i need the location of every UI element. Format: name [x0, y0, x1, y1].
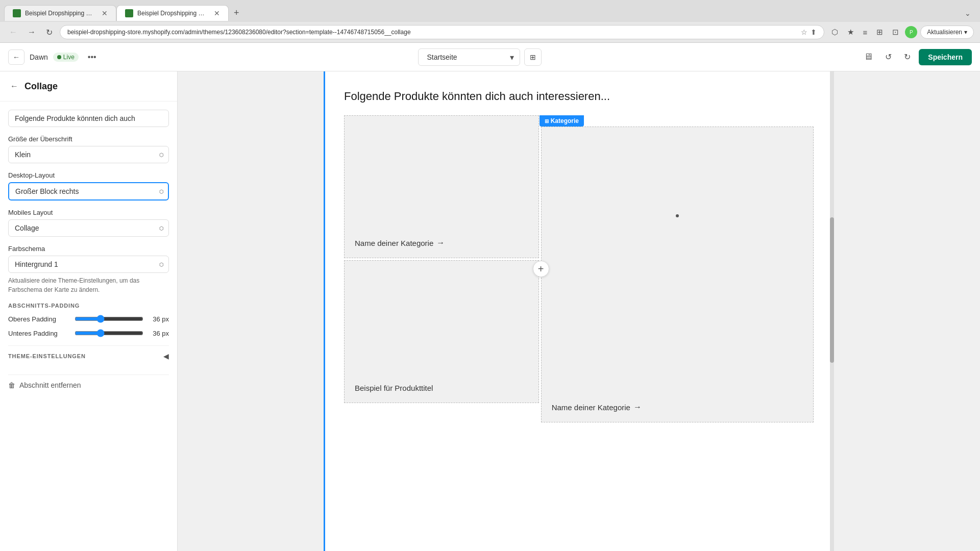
reader-icon[interactable]: ≡ — [860, 26, 871, 39]
tab2-title: Beispiel Dropshipping Store · — [137, 10, 208, 17]
card-right-label: Name deiner Kategorie → — [552, 403, 803, 412]
unteres-padding-slider[interactable] — [75, 329, 143, 337]
address-icons: ☆ ⬆ — [801, 28, 817, 36]
collage-card-1[interactable]: Name deiner Kategorie → — [344, 115, 539, 258]
heading-input[interactable] — [8, 110, 169, 127]
mobiles-layout-select-wrapper: Collage Spalten — [8, 219, 169, 237]
kategorie-badge-container: ⊞ Kategorie — [541, 115, 814, 127]
tab-expand-icon[interactable]: ⌄ — [960, 6, 976, 21]
tab2-close-icon[interactable]: ✕ — [214, 9, 220, 17]
tab-1[interactable]: Beispiel Dropshipping Store · ✕ — [4, 5, 116, 21]
preview-border-left — [324, 71, 325, 551]
tab-2[interactable]: Beispiel Dropshipping Store · ✕ — [116, 5, 229, 21]
farbschema-select[interactable]: Hintergrund 1 Hintergrund 2 Akzent 1 Akz… — [8, 256, 169, 273]
back-nav-button[interactable]: ← — [6, 26, 20, 39]
abschnitt-padding-section: ABSCHNITTS-PADDING Oberes Padding 36 px … — [8, 303, 169, 337]
desktop-layout-group: Desktop-Layout Großer Block rechts Große… — [8, 171, 169, 201]
farbschema-select-wrapper: Hintergrund 1 Hintergrund 2 Akzent 1 Akz… — [8, 256, 169, 273]
bookmark-icon[interactable]: ☆ — [801, 28, 807, 36]
kategorie-icon: ⊞ — [545, 118, 549, 124]
scrollbar-track — [830, 71, 834, 551]
add-block-icon: + — [538, 263, 544, 275]
unteres-padding-label: Unteres Padding — [8, 330, 69, 337]
ueberschrift-size-select[interactable]: Klein Mittel Groß — [8, 146, 169, 163]
mobiles-layout-label: Mobiles Layout — [8, 209, 169, 216]
card2-label: Beispiel für Produkttitel — [355, 384, 528, 392]
sidebar-content: Größe der Überschrift Klein Mittel Groß … — [0, 102, 177, 404]
delete-section-row[interactable]: 🗑 Abschnitt entfernen — [8, 374, 169, 395]
preview-heading: Folgende Produkte könnten dich auch inte… — [344, 90, 814, 103]
browser-chrome: Beispiel Dropshipping Store · ✕ Beispiel… — [0, 0, 980, 43]
tab1-favicon — [13, 9, 21, 17]
live-dot — [57, 55, 61, 59]
mobiles-layout-group: Mobiles Layout Collage Spalten — [8, 209, 169, 237]
update-label: Aktualisieren — [927, 29, 962, 36]
address-text: beispiel-dropshipping-store.myshopify.co… — [67, 29, 798, 36]
tab1-close-icon[interactable]: ✕ — [102, 9, 108, 17]
collage-card-right[interactable]: Name deiner Kategorie → — [541, 127, 814, 422]
store-name-label: Dawn — [30, 53, 48, 61]
page-select[interactable]: Startseite — [418, 48, 520, 66]
address-bar[interactable]: beispiel-dropshipping-store.myshopify.co… — [60, 25, 824, 39]
topbar-center: Startseite ⊞ — [107, 48, 854, 66]
desktop-view-button[interactable]: 🖥 — [860, 48, 877, 65]
collage-card-2[interactable]: Beispiel für Produkttitel — [344, 260, 539, 403]
tab1-title: Beispiel Dropshipping Store · — [25, 10, 95, 17]
undo-button[interactable]: ↺ — [881, 49, 896, 65]
sidebar-back-button[interactable]: ← — [8, 80, 20, 93]
kategorie-badge[interactable]: ⊞ Kategorie — [540, 115, 584, 127]
card1-label: Name deiner Kategorie → — [355, 238, 528, 247]
forward-nav-button[interactable]: → — [24, 26, 39, 39]
delete-label: Abschnitt entfernen — [19, 381, 81, 389]
theme-settings-row[interactable]: THEME-EINSTELLUNGEN ◀ — [8, 345, 169, 366]
desktop-layout-select-wrapper: Großer Block rechts Großer Block links K… — [8, 182, 169, 201]
unteres-padding-value: 36 px — [149, 330, 169, 337]
profile-avatar[interactable]: P — [905, 26, 917, 38]
desktop-layout-select[interactable]: Großer Block rechts Großer Block links K… — [8, 182, 169, 201]
preview-area: Folgende Produkte könnten dich auch inte… — [178, 71, 980, 551]
reload-button[interactable]: ↻ — [43, 26, 56, 39]
save-button[interactable]: Speichern — [919, 49, 972, 65]
splitview-icon[interactable]: ⊞ — [873, 26, 886, 39]
preview-icon-button[interactable]: ⊞ — [524, 48, 542, 66]
sync-icon[interactable]: ⊡ — [889, 26, 902, 39]
extensions-icon[interactable]: ⬡ — [828, 26, 841, 39]
more-options-button[interactable]: ••• — [84, 51, 101, 64]
tab-bar: Beispiel Dropshipping Store · ✕ Beispiel… — [0, 0, 980, 22]
new-tab-button[interactable]: + — [229, 4, 244, 22]
topbar-right: 🖥 ↺ ↻ Speichern — [860, 48, 972, 65]
preview-frame: Folgende Produkte könnten dich auch inte… — [324, 71, 834, 551]
farbschema-hint: Aktualisiere deine Theme-Einstellungen, … — [8, 276, 169, 294]
sidebar-header: ← Collage — [0, 71, 177, 102]
farbschema-group: Farbschema Hintergrund 1 Hintergrund 2 A… — [8, 245, 169, 294]
scrollbar-thumb[interactable] — [830, 217, 834, 363]
editor-main: ← Collage Größe der Überschrift Klein Mi… — [0, 71, 980, 551]
trash-icon: 🗑 — [8, 381, 15, 389]
oberes-padding-slider[interactable] — [75, 315, 143, 323]
ueberschrift-size-label: Größe der Überschrift — [8, 135, 169, 143]
card-right-arrow-icon: → — [633, 403, 642, 412]
sidebar-title: Collage — [24, 81, 58, 92]
tab2-favicon — [125, 9, 133, 17]
farbschema-label: Farbschema — [8, 245, 169, 253]
page-select-wrapper: Startseite — [418, 48, 520, 66]
share-icon[interactable]: ⬆ — [811, 28, 817, 36]
unteres-padding-row: Unteres Padding 36 px — [8, 329, 169, 337]
favorites-icon[interactable]: ★ — [844, 26, 857, 39]
topbar-left: ← Dawn Live ••• — [8, 49, 101, 65]
theme-settings-arrow-icon: ◀ — [163, 352, 169, 360]
collage-right-wrapper: ⊞ Kategorie + Name deiner Kategor — [541, 115, 814, 422]
live-badge: Live — [53, 53, 79, 62]
card1-arrow-icon: → — [436, 238, 445, 247]
browser-actions: ⬡ ★ ≡ ⊞ ⊡ P Aktualisieren ▾ — [828, 26, 974, 39]
sidebar: ← Collage Größe der Überschrift Klein Mi… — [0, 71, 178, 551]
redo-button[interactable]: ↻ — [900, 49, 915, 65]
editor-topbar: ← Dawn Live ••• Startseite ⊞ 🖥 ↺ ↻ Speic… — [0, 43, 980, 71]
ueberschrift-size-group: Größe der Überschrift Klein Mittel Groß — [8, 135, 169, 163]
update-button[interactable]: Aktualisieren ▾ — [920, 26, 974, 39]
mobiles-layout-select[interactable]: Collage Spalten — [8, 219, 169, 237]
add-block-button[interactable]: + — [533, 261, 549, 277]
editor-back-button[interactable]: ← — [8, 49, 24, 65]
ueberschrift-size-select-wrapper: Klein Mittel Groß — [8, 146, 169, 163]
live-label: Live — [63, 54, 75, 61]
